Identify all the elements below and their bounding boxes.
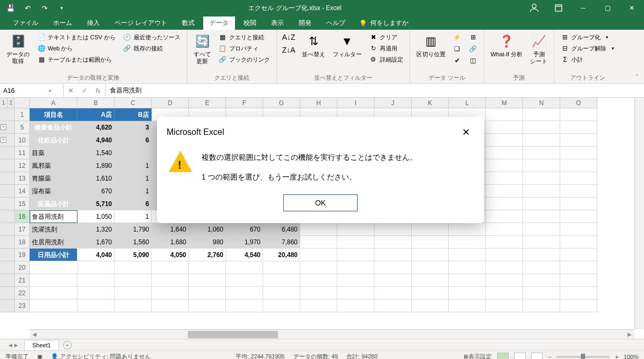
cell[interactable]: 980: [189, 236, 226, 249]
tell-me[interactable]: 💡 何をしますか: [354, 16, 414, 30]
sort-desc-button[interactable]: Z↓A: [281, 45, 297, 55]
column-header[interactable]: E: [189, 98, 226, 108]
page-break-view-button[interactable]: [531, 353, 543, 360]
cell[interactable]: [560, 147, 597, 159]
consolidate-button[interactable]: ⊞: [467, 32, 480, 42]
cell[interactable]: 医薬品小計: [30, 198, 77, 210]
cell[interactable]: [226, 300, 263, 312]
row-header[interactable]: 16: [15, 210, 30, 223]
cell[interactable]: 項目名: [30, 108, 77, 121]
cell[interactable]: [300, 223, 337, 236]
sort-asc-button[interactable]: A↓Z: [281, 32, 297, 42]
cell[interactable]: 1,060: [189, 223, 226, 236]
cell[interactable]: [30, 300, 77, 312]
cell[interactable]: 健康食品小計: [30, 121, 77, 134]
subtotal-button[interactable]: Σ小計: [559, 54, 616, 65]
tab-view[interactable]: 表示: [265, 16, 290, 30]
cell[interactable]: [449, 274, 486, 287]
remove-duplicates-button[interactable]: ❏: [451, 44, 464, 54]
formula-input[interactable]: [106, 84, 644, 97]
clear-filter-button[interactable]: ✖クリア: [367, 32, 405, 42]
reapply-button[interactable]: ↻再適用: [367, 43, 405, 54]
cell[interactable]: [486, 274, 523, 287]
row-header[interactable]: 11: [15, 147, 30, 159]
cell[interactable]: [486, 287, 523, 300]
cell[interactable]: [486, 249, 523, 261]
column-header[interactable]: M: [486, 98, 523, 108]
cell[interactable]: [560, 210, 597, 223]
cell[interactable]: [523, 198, 560, 210]
cell[interactable]: [77, 261, 115, 274]
normal-view-button[interactable]: [497, 353, 509, 360]
cell[interactable]: [30, 261, 77, 274]
cell[interactable]: 2,760: [189, 249, 226, 261]
cell[interactable]: 湿布薬: [30, 185, 77, 198]
row-header[interactable]: 21: [15, 274, 30, 287]
cell[interactable]: [337, 261, 375, 274]
row-header[interactable]: 13: [15, 172, 30, 185]
column-header[interactable]: L: [449, 98, 486, 108]
cell[interactable]: [152, 287, 189, 300]
cell[interactable]: [115, 274, 152, 287]
cell[interactable]: [226, 287, 263, 300]
cell[interactable]: 1,560: [115, 236, 152, 249]
cell[interactable]: [115, 300, 152, 312]
cell[interactable]: 6: [115, 198, 152, 210]
cell[interactable]: [560, 261, 597, 274]
row-header[interactable]: 15: [15, 198, 30, 210]
from-web-button[interactable]: 🌐Web から: [35, 43, 118, 54]
cell[interactable]: [337, 223, 375, 236]
cell[interactable]: [375, 300, 412, 312]
horizontal-scrollbar[interactable]: ◀ ▶: [30, 329, 634, 339]
cell[interactable]: [226, 274, 263, 287]
cell[interactable]: B店: [115, 108, 152, 121]
cell[interactable]: 5,710: [77, 198, 115, 210]
cell[interactable]: [189, 274, 226, 287]
name-box-input[interactable]: [3, 87, 49, 95]
cell[interactable]: [486, 236, 523, 249]
cell[interactable]: [30, 287, 77, 300]
cell[interactable]: [560, 223, 597, 236]
column-header[interactable]: N: [523, 98, 560, 108]
row-header[interactable]: 17: [15, 223, 30, 236]
cell[interactable]: [30, 274, 77, 287]
cell[interactable]: [152, 274, 189, 287]
existing-connections-button[interactable]: 🔗既存の接続: [121, 43, 182, 54]
column-header[interactable]: J: [375, 98, 412, 108]
zoom-out-button[interactable]: −: [548, 354, 551, 360]
cell[interactable]: 670: [226, 223, 263, 236]
cell[interactable]: 6,480: [263, 223, 300, 236]
column-header[interactable]: C: [115, 98, 152, 108]
cell[interactable]: 風邪薬: [30, 159, 77, 172]
save-icon[interactable]: 💾: [4, 2, 17, 14]
forecast-sheet-button[interactable]: 📈予測 シート: [528, 32, 550, 66]
cell[interactable]: [449, 287, 486, 300]
cell[interactable]: [300, 236, 337, 249]
cell[interactable]: 目薬: [30, 147, 77, 159]
cell[interactable]: 食器用洗剤: [30, 210, 77, 223]
cell[interactable]: 1,610: [77, 172, 115, 185]
column-header[interactable]: A: [30, 98, 77, 108]
cell[interactable]: [560, 172, 597, 185]
scroll-thumb[interactable]: [188, 331, 278, 338]
from-text-csv-button[interactable]: 📄テキストまたは CSV から: [35, 32, 118, 42]
cell[interactable]: [115, 287, 152, 300]
what-if-button[interactable]: ❓What-If 分析: [489, 32, 525, 59]
expand-group-button[interactable]: +: [1, 137, 6, 143]
row-header[interactable]: 14: [15, 185, 30, 198]
cell[interactable]: [337, 300, 375, 312]
cell[interactable]: 7,860: [263, 236, 300, 249]
cell[interactable]: [412, 223, 449, 236]
cell[interactable]: [449, 249, 486, 261]
cell[interactable]: 1,540: [77, 147, 115, 159]
cell[interactable]: [523, 147, 560, 159]
vertical-scrollbar[interactable]: [634, 98, 644, 329]
scroll-right-icon[interactable]: ▶: [625, 331, 634, 337]
group-button[interactable]: ⊞グループ化▾: [559, 32, 616, 42]
cell[interactable]: [523, 185, 560, 198]
insert-function-button[interactable]: fx: [91, 87, 105, 95]
relationships-button[interactable]: 🔗: [467, 44, 480, 54]
cell[interactable]: [523, 287, 560, 300]
ribbon-display-icon[interactable]: [546, 0, 571, 16]
cell[interactable]: [449, 300, 486, 312]
